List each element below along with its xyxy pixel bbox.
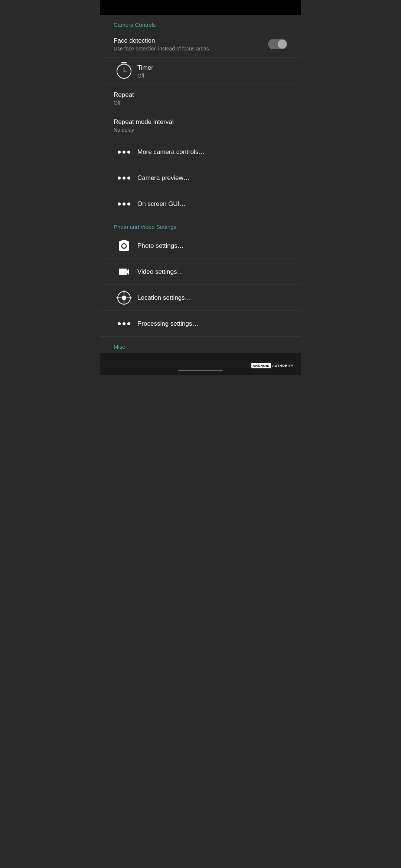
on-screen-gui-item[interactable]: On screen GUI… — [100, 191, 301, 217]
repeat-subtitle: Off — [114, 100, 287, 106]
repeat-title: Repeat — [114, 91, 287, 99]
repeat-text: Repeat Off — [114, 91, 287, 106]
timer-item[interactable]: Timer Off — [100, 58, 301, 85]
repeat-item[interactable]: Repeat Off — [100, 85, 301, 112]
timer-icon — [117, 64, 131, 79]
more-camera-controls-item[interactable]: More camera controls… — [100, 139, 301, 165]
video-settings-item[interactable]: Video settings… — [100, 259, 301, 285]
repeat-mode-interval-title: Repeat mode interval — [114, 118, 287, 126]
timer-icon-container — [114, 64, 134, 79]
photo-video-settings-section: Photo and Video Settings Photo settings…… — [100, 217, 301, 337]
repeat-mode-interval-subtitle: No delay — [114, 127, 287, 133]
status-bar — [100, 0, 301, 15]
location-inner — [122, 296, 126, 300]
location-settings-item[interactable]: Location settings… — [100, 285, 301, 311]
more-camera-controls-title: More camera controls… — [137, 148, 205, 156]
photo-video-settings-header: Photo and Video Settings — [100, 217, 301, 233]
face-detection-title: Face detection — [114, 37, 268, 45]
dot-3 — [127, 177, 130, 180]
toggle-knob — [278, 40, 287, 49]
nav-handle — [178, 370, 223, 371]
misc-header: Misc — [100, 337, 301, 353]
repeat-mode-interval-item[interactable]: Repeat mode interval No delay — [100, 112, 301, 139]
dot-2 — [123, 151, 125, 154]
authority-text: AUTHORITY — [272, 364, 293, 368]
timer-arrow-h — [124, 72, 127, 72]
video-camera-icon — [117, 265, 131, 279]
timer-arrow-v — [124, 68, 124, 72]
dot-2 — [123, 322, 125, 325]
android-authority-badge: ANDROID AUTHORITY — [251, 363, 294, 368]
face-detection-item[interactable]: Face detection Use face detection instea… — [100, 31, 301, 58]
dot-3 — [127, 151, 130, 154]
face-detection-toggle[interactable] — [268, 39, 287, 49]
face-detection-toggle-container — [268, 39, 287, 49]
photo-settings-title: Photo settings… — [137, 242, 184, 250]
processing-settings-icon-container — [114, 322, 134, 325]
dot-1 — [118, 151, 121, 154]
photo-settings-item[interactable]: Photo settings… — [100, 233, 301, 259]
camera-preview-icon-container — [114, 177, 134, 180]
camera-controls-section: Camera Controls Face detection Use face … — [100, 15, 301, 217]
face-detection-subtitle: Use face detection instead of focus area… — [114, 46, 268, 52]
processing-settings-title: Processing settings… — [137, 320, 198, 328]
location-icon — [117, 291, 131, 305]
video-settings-icon-container — [114, 265, 134, 279]
camera-preview-dots-icon — [118, 177, 130, 180]
on-screen-gui-dots-icon — [118, 203, 130, 206]
face-detection-text: Face detection Use face detection instea… — [114, 37, 268, 52]
misc-section: Misc — [100, 337, 301, 353]
photo-settings-icon-container — [114, 239, 134, 253]
on-screen-gui-title: On screen GUI… — [137, 200, 186, 208]
timer-title: Timer — [137, 64, 287, 72]
dot-1 — [118, 203, 121, 206]
camera-photo-icon — [117, 239, 131, 253]
android-badge: ANDROID — [251, 363, 271, 368]
timer-subtitle: Off — [137, 73, 287, 79]
dot-2 — [123, 177, 125, 180]
video-settings-title: Video settings… — [137, 268, 183, 276]
timer-text: Timer Off — [137, 64, 287, 79]
bottom-nav-bar: ANDROID AUTHORITY — [100, 353, 301, 375]
processing-settings-dots-icon — [118, 322, 130, 325]
processing-settings-item[interactable]: Processing settings… — [100, 311, 301, 337]
camera-controls-header: Camera Controls — [100, 15, 301, 31]
repeat-mode-interval-text: Repeat mode interval No delay — [114, 118, 287, 133]
on-screen-gui-icon-container — [114, 203, 134, 206]
dot-3 — [127, 322, 130, 325]
dot-1 — [118, 322, 121, 325]
dot-1 — [118, 177, 121, 180]
dot-3 — [127, 203, 130, 206]
location-settings-icon-container — [114, 291, 134, 305]
camera-preview-item[interactable]: Camera preview… — [100, 165, 301, 191]
camera-preview-title: Camera preview… — [137, 174, 190, 182]
location-settings-title: Location settings… — [137, 294, 191, 302]
dot-2 — [123, 203, 125, 206]
more-camera-controls-dots-icon — [118, 151, 130, 154]
more-camera-controls-icon-container — [114, 151, 134, 154]
